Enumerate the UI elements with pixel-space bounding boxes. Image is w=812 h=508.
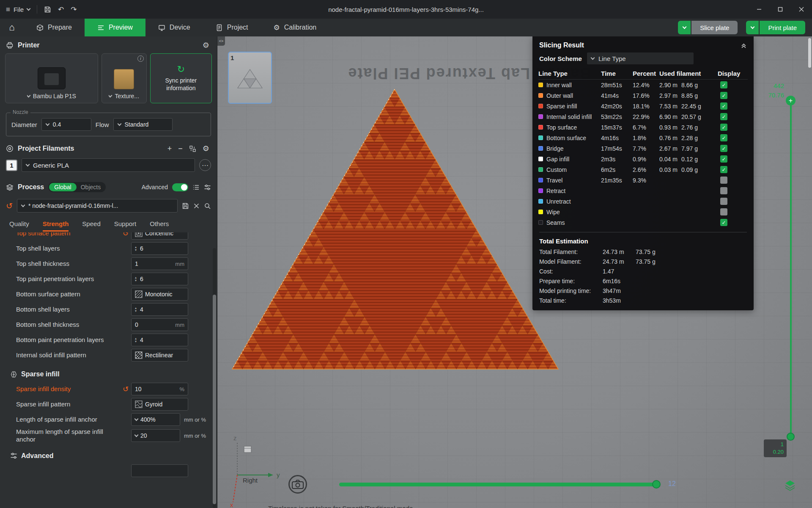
display-checkbox[interactable]	[720, 198, 727, 205]
line-type-row-wipe: Wipe	[538, 207, 748, 217]
stepper-arrows-icon[interactable]: ▴▾	[135, 306, 137, 312]
sparse-infill-pattern-select[interactable]: Gyroid	[131, 398, 188, 411]
process-tab-strength[interactable]: Strength	[43, 220, 69, 232]
display-checkbox[interactable]: ✓	[720, 219, 727, 226]
printer-select-card[interactable]: Bambu Lab P1S	[5, 53, 98, 103]
display-checkbox[interactable]: ✓	[720, 166, 727, 173]
nozzle-diameter-select[interactable]: 0.4	[41, 118, 91, 131]
length-of-sparse-infill-anchor-select[interactable]: 400%	[131, 413, 180, 426]
file-menu[interactable]: ≡ File	[6, 6, 30, 13]
maximize-button[interactable]	[770, 0, 791, 19]
sync-printer-button[interactable]: ↻ Sync printer information	[150, 53, 212, 103]
camera-orbit-button[interactable]	[288, 475, 307, 494]
display-checkbox[interactable]: ✓	[720, 155, 727, 163]
slice-options-dropdown[interactable]	[678, 21, 691, 34]
maximum-length-of-sparse-infill-anchor-select[interactable]: 20	[131, 429, 180, 442]
display-checkbox[interactable]: ✓	[720, 113, 727, 120]
save-button[interactable]	[44, 6, 51, 13]
tab-device[interactable]: Device	[145, 19, 203, 36]
nozzle-flow-select[interactable]: Standard	[113, 118, 173, 131]
slice-plate-button[interactable]: Slice plate	[691, 21, 738, 34]
move-slider-track[interactable]	[339, 483, 659, 486]
bottom-shell-layers-stepper[interactable]: ▴▾4	[131, 303, 188, 316]
process-tab-support[interactable]: Support	[114, 220, 137, 232]
top-surface-pattern-select[interactable]: Concentric	[131, 232, 188, 240]
viewport-3d[interactable]: <> Bambu Lab Textured PEI Plate 1 Slicin…	[217, 36, 812, 508]
sparse-infill-density-input[interactable]: 10%	[131, 383, 188, 395]
sidebar-collapse-button[interactable]: <>	[217, 36, 225, 46]
stepper-arrows-icon[interactable]: ▴▾	[135, 276, 137, 282]
close-button[interactable]	[791, 0, 812, 19]
color-scheme-select[interactable]: Line Type	[587, 52, 694, 64]
filament-menu-button[interactable]: ⋯	[199, 159, 211, 171]
info-icon[interactable]: i	[137, 55, 144, 62]
viewport-scrollbar[interactable]	[808, 38, 811, 68]
tab-calibration[interactable]: ⚙ Calibration	[261, 19, 329, 36]
remove-filament-button[interactable]: −	[178, 145, 183, 152]
minimize-button[interactable]	[749, 0, 770, 19]
bottom-paint-penetration-layers-stepper[interactable]: ▴▾4	[131, 334, 188, 346]
top-paint-penetration-layers-stepper[interactable]: ▴▾6	[131, 273, 188, 285]
reset-value-icon[interactable]: ↺	[123, 232, 131, 237]
collapse-panel-icon[interactable]	[741, 42, 747, 49]
stepper-arrows-icon[interactable]: ▴▾	[135, 337, 137, 343]
display-checkbox[interactable]: ✓	[720, 102, 727, 110]
top-shell-thickness-input[interactable]: 1mm	[131, 257, 188, 270]
reset-preset-icon[interactable]: ↺	[6, 202, 13, 210]
home-tab[interactable]: ⌂	[0, 19, 24, 36]
layer-slider-upper-handle[interactable]: +	[786, 96, 796, 105]
process-tab-others[interactable]: Others	[150, 220, 169, 232]
internal-solid-infill-pattern-select[interactable]: Rectilinear	[131, 349, 188, 362]
layers-view-icon[interactable]	[784, 479, 796, 491]
view-cube-icon[interactable]	[244, 446, 251, 453]
filament-settings-gear-icon[interactable]: ⚙	[203, 145, 209, 152]
view-list-icon[interactable]	[192, 184, 200, 191]
undo-button[interactable]: ↶	[58, 6, 64, 13]
device-monitor-icon	[158, 24, 165, 31]
display-checkbox[interactable]: ✓	[720, 124, 727, 131]
display-checkbox[interactable]	[720, 208, 727, 215]
tab-preview[interactable]: Preview	[85, 19, 145, 36]
printer-settings-gear-icon[interactable]: ⚙	[203, 41, 209, 49]
display-checkbox[interactable]	[720, 187, 727, 194]
print-options-dropdown[interactable]	[746, 21, 759, 34]
add-filament-button[interactable]: +	[167, 145, 172, 152]
stepper-arrows-icon[interactable]: ▴▾	[135, 246, 137, 251]
line-type-swatch	[538, 125, 543, 130]
tab-prepare[interactable]: Prepare	[24, 19, 85, 36]
move-slider-value: 12	[668, 480, 676, 488]
display-checkbox[interactable]: ✓	[720, 145, 727, 152]
plate-select-card[interactable]: i Texture...	[102, 53, 147, 103]
blank-input[interactable]	[131, 464, 188, 477]
display-checkbox[interactable]: ✓	[720, 81, 727, 88]
advanced-toggle[interactable]	[172, 183, 188, 191]
redo-button[interactable]: ↷	[71, 6, 77, 13]
setting-row-bottom-paint-penetration-layers: Bottom paint penetration layers▴▾4	[0, 332, 217, 348]
reset-value-icon[interactable]: ↺	[123, 386, 131, 393]
settings-scrollbar-thumb[interactable]	[213, 295, 216, 504]
move-slider-handle[interactable]	[652, 480, 661, 489]
save-preset-icon[interactable]	[182, 202, 189, 210]
process-tab-speed[interactable]: Speed	[82, 220, 100, 232]
scope-global[interactable]: Global	[49, 183, 76, 191]
search-icon[interactable]	[204, 202, 211, 210]
display-checkbox[interactable]: ✓	[720, 134, 727, 141]
filament-select[interactable]: Generic PLA	[22, 158, 195, 172]
process-tab-quality[interactable]: Quality	[9, 220, 29, 232]
top-shell-layers-stepper[interactable]: ▴▾6	[131, 242, 188, 255]
delete-preset-icon[interactable]	[193, 203, 200, 209]
print-plate-button[interactable]: Print plate	[760, 21, 805, 34]
bottom-surface-pattern-select[interactable]: Monotonic	[131, 288, 188, 301]
plate-thumbnail[interactable]: 1	[228, 52, 272, 104]
display-checkbox[interactable]: ✓	[720, 92, 727, 99]
process-preset-select[interactable]: * node-fractal-pyramid-0.16mm-l...	[17, 199, 178, 213]
estimation-row-total-filament: Total Filament:24.73 m73.75 g	[539, 247, 747, 257]
bottom-shell-thickness-input[interactable]: 0mm	[131, 318, 188, 331]
layer-slider-lower-handle[interactable]	[787, 433, 795, 441]
scope-objects[interactable]: Objects	[77, 183, 105, 191]
tune-filter-icon[interactable]	[204, 184, 211, 191]
tab-project[interactable]: Project	[203, 19, 261, 36]
filament-mapping-icon[interactable]	[189, 145, 196, 152]
display-checkbox[interactable]	[720, 177, 727, 184]
layer-slider-track[interactable]	[790, 100, 792, 437]
